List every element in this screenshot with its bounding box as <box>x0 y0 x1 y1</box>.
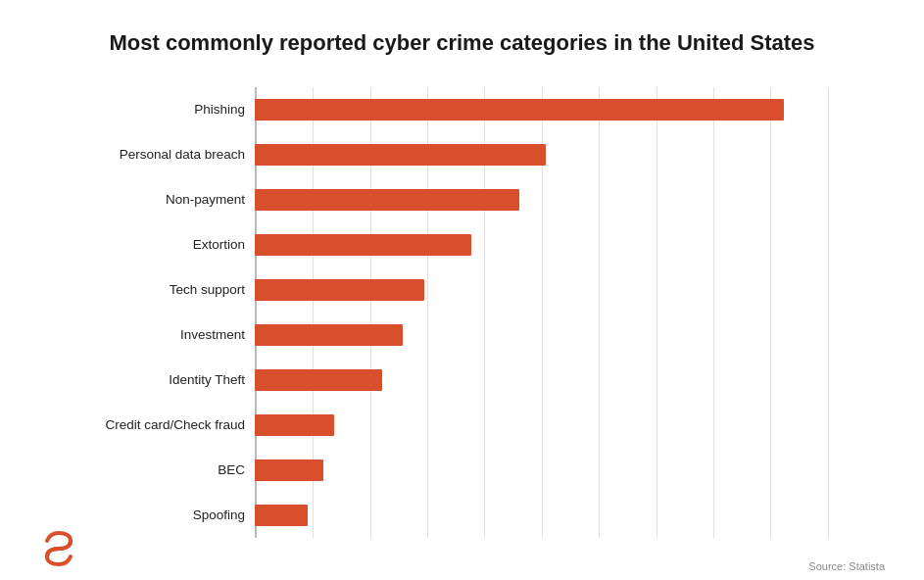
bar <box>255 279 424 301</box>
bar-row <box>255 182 885 218</box>
bar-row <box>255 453 885 488</box>
chart-title: Most commonly reported cyber crime categ… <box>39 29 885 58</box>
bars-area <box>255 87 885 538</box>
bar <box>255 189 519 211</box>
bar-row <box>255 272 885 308</box>
y-axis-label: Spoofing <box>39 498 245 533</box>
y-axis-label: Identity Theft <box>39 362 245 398</box>
y-axis-label: Extortion <box>39 227 245 263</box>
bar-row <box>255 92 885 127</box>
chart-area: PhishingPersonal data breachNon-paymentE… <box>39 87 885 538</box>
source-label: Source: Statista <box>808 560 885 572</box>
chart-container: Most commonly reported cyber crime categ… <box>0 0 924 580</box>
bar-row <box>255 317 885 353</box>
y-labels: PhishingPersonal data breachNon-paymentE… <box>39 87 255 538</box>
bar-row <box>255 498 885 533</box>
bar <box>255 459 323 481</box>
y-axis-label: Investment <box>39 317 245 353</box>
bar <box>255 234 471 256</box>
y-axis-label: Non-payment <box>39 182 245 218</box>
bar-row <box>255 362 885 398</box>
bar-row <box>255 408 885 443</box>
y-axis-label: Credit card/Check fraud <box>39 408 245 443</box>
y-axis-label: BEC <box>39 453 245 488</box>
y-axis-label: Phishing <box>39 92 245 127</box>
bar-row <box>255 137 885 172</box>
statista-logo <box>39 529 78 568</box>
bar <box>255 99 784 121</box>
bar-row <box>255 227 885 263</box>
bar <box>255 324 403 346</box>
y-axis-label: Tech support <box>39 272 245 308</box>
bar <box>255 144 546 166</box>
bar <box>255 505 308 526</box>
bar <box>255 369 382 391</box>
bar <box>255 414 334 436</box>
y-axis-label: Personal data breach <box>39 137 245 172</box>
